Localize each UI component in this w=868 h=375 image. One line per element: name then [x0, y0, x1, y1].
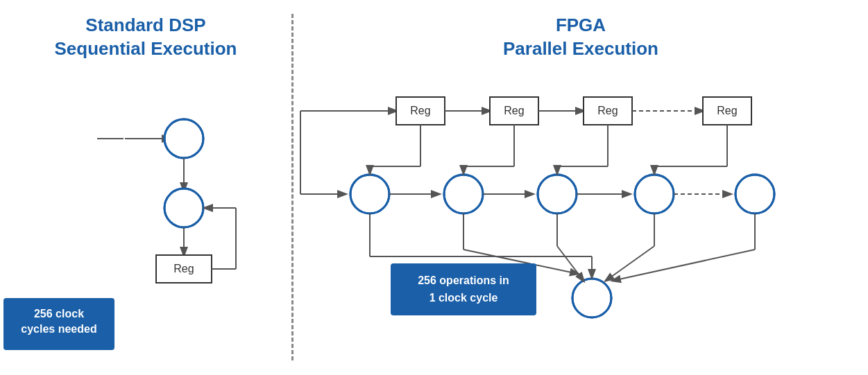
left-info-line1: 256 clock: [34, 308, 84, 320]
right-panel: FPGA Parallel Execution Reg: [293, 0, 868, 375]
left-title: Standard DSP Sequential Execution: [55, 14, 237, 61]
right-reg4-label: Reg: [717, 105, 737, 116]
right-title-line1: FPGA: [503, 14, 658, 37]
right-info-line2: 1 clock cycle: [429, 292, 498, 304]
left-title-line1: Standard DSP: [55, 14, 237, 37]
left-reg-label: Reg: [173, 263, 194, 274]
svg-line-74: [557, 246, 584, 281]
right-title-line2: Parallel Execution: [503, 37, 658, 61]
right-reg1-label: Reg: [410, 105, 430, 116]
right-diagram: Reg Reg Reg Reg: [293, 69, 856, 360]
right-info-line1: 256 operations in: [418, 274, 509, 286]
left-diagram: Reg 256 clock cycles needed: [0, 69, 291, 360]
left-panel: Standard DSP Sequential Execution: [0, 0, 291, 375]
right-reg3-label: Reg: [597, 105, 618, 116]
svg-rect-79: [391, 263, 536, 315]
main-container: Standard DSP Sequential Execution: [0, 0, 868, 375]
right-title: FPGA Parallel Execution: [503, 14, 658, 61]
svg-line-78: [613, 250, 755, 281]
left-title-line2: Sequential Execution: [55, 37, 237, 61]
left-info-line2: cycles needed: [21, 323, 96, 335]
svg-line-76: [606, 246, 654, 281]
right-reg2-label: Reg: [504, 105, 524, 116]
